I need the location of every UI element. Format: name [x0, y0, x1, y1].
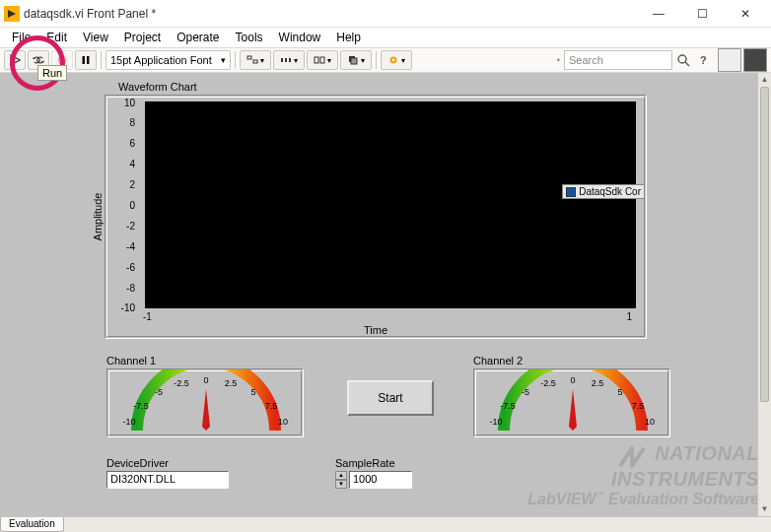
channel-2-label: Channel 2: [473, 355, 523, 366]
svg-text:0: 0: [203, 375, 208, 385]
run-tooltip: Run: [37, 65, 67, 81]
gauge-needle-icon: [202, 389, 210, 431]
ytick: -2: [115, 221, 135, 232]
ytick: 4: [115, 159, 135, 169]
svg-text:2.5: 2.5: [592, 378, 604, 388]
align-objects-button[interactable]: [240, 50, 271, 70]
ytick: 8: [115, 117, 135, 128]
help-icon[interactable]: ?: [694, 51, 712, 69]
menu-help[interactable]: Help: [328, 29, 369, 46]
vertical-scrollbar[interactable]: ▲ ▼: [757, 73, 771, 516]
menu-file[interactable]: File: [4, 29, 38, 46]
start-button-label: Start: [378, 391, 402, 405]
device-driver-input[interactable]: DI320NT.DLL: [106, 471, 229, 489]
sample-rate-value: 1000: [353, 473, 377, 485]
pause-button[interactable]: [75, 50, 97, 70]
svg-rect-8: [253, 60, 257, 63]
device-driver-label: DeviceDriver: [106, 457, 169, 469]
search-icon[interactable]: [674, 51, 692, 69]
svg-text:7.5: 7.5: [265, 401, 278, 411]
search-placeholder: Search: [569, 54, 603, 66]
menu-bar: File Edit View Project Operate Tools Win…: [0, 28, 771, 47]
svg-point-18: [678, 55, 686, 63]
waveform-plot-area: [145, 101, 636, 308]
svg-text:-5: -5: [155, 387, 163, 397]
gauge-needle-icon: [569, 389, 577, 431]
device-driver-value: DI320NT.DLL: [110, 473, 175, 485]
reorder-button[interactable]: [340, 50, 372, 70]
channel-1-label: Channel 1: [106, 355, 156, 366]
separator: [376, 51, 377, 69]
waveform-legend[interactable]: DataqSdk Cor: [562, 184, 645, 199]
svg-rect-15: [351, 58, 357, 64]
menu-edit[interactable]: Edit: [38, 29, 75, 46]
xtick: 1: [626, 311, 632, 322]
menu-operate[interactable]: Operate: [169, 29, 227, 46]
waveform-ylabel: Amplitude: [92, 193, 104, 241]
menu-window[interactable]: Window: [271, 29, 329, 46]
waveform-chart[interactable]: Waveform Chart 10 8 6 4 2 0 -2 -4 -6 -8 …: [105, 95, 647, 339]
vi-icon-1[interactable]: [718, 48, 741, 72]
svg-point-17: [392, 59, 394, 61]
close-button[interactable]: ✕: [724, 0, 767, 28]
svg-text:0: 0: [570, 375, 575, 385]
maximize-button[interactable]: ☐: [680, 0, 724, 28]
resize-objects-button[interactable]: [307, 50, 338, 70]
ytick: 0: [115, 200, 135, 211]
svg-text:5: 5: [617, 387, 622, 397]
svg-text:-2.5: -2.5: [540, 378, 556, 388]
svg-text:-5: -5: [522, 387, 529, 397]
scrollbar-thumb[interactable]: [760, 87, 769, 402]
svg-rect-6: [87, 56, 90, 64]
window-title: dataqsdk.vi Front Panel *: [24, 7, 637, 21]
svg-line-19: [685, 62, 689, 66]
ytick: 2: [115, 179, 135, 190]
ytick: -4: [115, 241, 135, 252]
ytick: -10: [115, 302, 135, 313]
xtick: -1: [143, 311, 152, 322]
vi-icon-2[interactable]: [743, 48, 767, 72]
svg-text:7.5: 7.5: [632, 401, 645, 411]
sample-rate-spinner[interactable]: ▲ ▼: [335, 471, 347, 489]
channel-1-gauge[interactable]: Channel 1 -10 -7.5 -5 -2.5 0 2.5 5: [106, 368, 304, 437]
legend-text: DataqSdk Cor: [579, 186, 641, 197]
toolbar: 15pt Application Font • Search ?: [0, 47, 771, 73]
separator: [101, 51, 102, 69]
settings-gear-button[interactable]: [381, 50, 412, 70]
evaluation-tab[interactable]: Evaluation: [0, 517, 64, 532]
spinner-down-icon[interactable]: ▼: [335, 480, 347, 489]
svg-rect-12: [315, 57, 318, 63]
menu-project[interactable]: Project: [116, 29, 169, 46]
svg-marker-1: [11, 55, 20, 65]
svg-text:2.5: 2.5: [225, 378, 238, 388]
scroll-down-arrow-icon[interactable]: ▼: [758, 502, 771, 516]
menu-tools[interactable]: Tools: [228, 29, 271, 46]
font-select-value: 15pt Application Font: [110, 54, 212, 66]
sample-rate-input[interactable]: 1000: [349, 471, 412, 489]
menu-view[interactable]: View: [75, 29, 116, 46]
svg-text:-10: -10: [489, 417, 502, 427]
svg-text:-2.5: -2.5: [174, 378, 189, 388]
svg-marker-0: [8, 10, 16, 18]
separator: [235, 51, 236, 69]
search-input[interactable]: Search: [564, 50, 672, 70]
start-button[interactable]: Start: [347, 380, 434, 416]
run-button[interactable]: [4, 50, 26, 70]
legend-swatch: [566, 187, 576, 197]
ni-watermark: NATIONAL INSTRUMENTS LabVIEW™ Evaluation…: [527, 442, 759, 508]
spinner-up-icon[interactable]: ▲: [335, 471, 347, 480]
svg-rect-11: [289, 58, 291, 62]
minimize-button[interactable]: —: [637, 0, 680, 28]
ytick: 10: [115, 98, 135, 108]
svg-rect-7: [247, 56, 251, 59]
distribute-objects-button[interactable]: [273, 50, 305, 70]
app-icon: [4, 6, 20, 22]
ytick: 6: [115, 138, 135, 149]
svg-text:10: 10: [645, 417, 655, 427]
channel-2-gauge[interactable]: Channel 2 -10 -7.5 -5 -2.5 0 2.5 5 7.5 1…: [473, 368, 670, 437]
font-select[interactable]: 15pt Application Font: [105, 50, 231, 70]
scroll-up-arrow-icon[interactable]: ▲: [758, 73, 771, 87]
svg-text:?: ?: [700, 54, 707, 66]
ytick: -6: [115, 262, 135, 273]
svg-rect-9: [281, 58, 283, 62]
